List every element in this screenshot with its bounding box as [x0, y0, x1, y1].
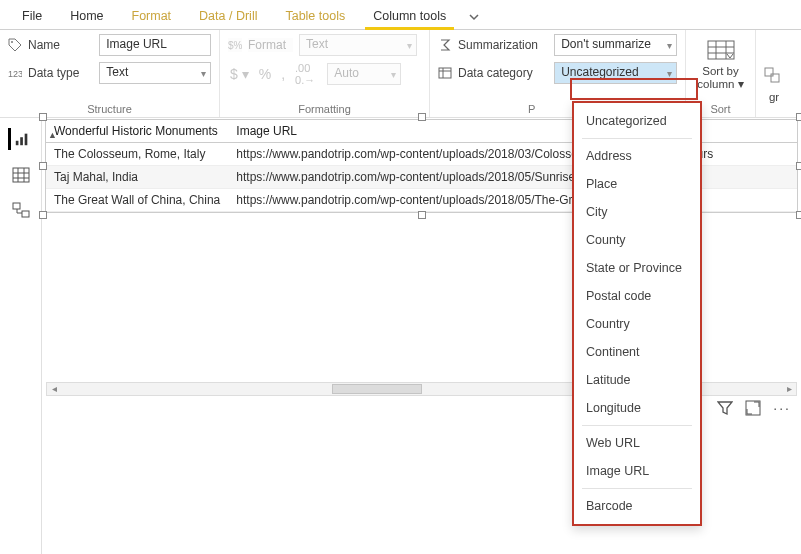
- dd-item-country[interactable]: Country: [574, 310, 700, 338]
- tab-overflow-icon[interactable]: [460, 5, 488, 29]
- name-label: Name: [28, 38, 93, 52]
- format-select: Text▾: [299, 34, 417, 56]
- svg-rect-11: [13, 203, 20, 209]
- svg-text:123: 123: [8, 69, 22, 79]
- dd-item-state[interactable]: State or Province: [574, 254, 700, 282]
- dd-item-place[interactable]: Place: [574, 170, 700, 198]
- svg-rect-4: [708, 41, 734, 59]
- svg-rect-8: [20, 137, 23, 145]
- thousands-icon: ,: [281, 66, 285, 82]
- category-icon: [438, 66, 452, 80]
- visual-header-icons: ···: [717, 400, 791, 416]
- dd-item-continent[interactable]: Continent: [574, 338, 700, 366]
- currency-buttons: $ ▾ % , .000.→: [228, 62, 315, 86]
- currency-icon: $ ▾: [230, 66, 249, 82]
- tab-home[interactable]: Home: [56, 3, 117, 29]
- tab-file[interactable]: File: [8, 3, 56, 29]
- tab-data-drill[interactable]: Data / Drill: [185, 3, 271, 29]
- datatype-icon: 123: [8, 66, 22, 80]
- groups-button-cut[interactable]: gr: [759, 53, 789, 113]
- group-icon: [760, 65, 788, 89]
- format-label: Format: [248, 38, 293, 52]
- name-input[interactable]: Image URL: [99, 34, 211, 56]
- group-structure-label: Structure: [8, 101, 211, 115]
- chevron-down-icon: ▾: [667, 68, 672, 79]
- tab-format[interactable]: Format: [118, 3, 186, 29]
- sort-label: Sort by column ▾: [697, 65, 743, 90]
- dd-item-imageurl[interactable]: Image URL: [574, 457, 700, 485]
- data-category-select[interactable]: Uncategorized▾: [554, 62, 677, 84]
- report-view-icon[interactable]: [8, 128, 30, 150]
- data-view-icon[interactable]: [10, 164, 32, 186]
- svg-point-0: [11, 41, 13, 43]
- svg-rect-3: [439, 68, 451, 78]
- dd-item-postal[interactable]: Postal code: [574, 282, 700, 310]
- svg-text:$%: $%: [228, 40, 242, 51]
- datatype-label: Data type: [28, 66, 93, 80]
- chevron-down-icon: ▾: [667, 40, 672, 51]
- group-formatting-label: Formatting: [228, 101, 421, 115]
- dd-item-county[interactable]: County: [574, 226, 700, 254]
- dd-item-uncategorized[interactable]: Uncategorized: [574, 107, 700, 135]
- percent-icon: %: [259, 66, 271, 82]
- scroll-thumb[interactable]: [332, 384, 422, 394]
- tag-icon: [8, 38, 22, 52]
- svg-rect-6: [771, 74, 779, 82]
- decimal-icon: .000.→: [295, 62, 315, 86]
- svg-rect-12: [22, 211, 29, 217]
- sigma-icon: [438, 38, 452, 52]
- left-view-rail: [0, 118, 42, 554]
- svg-rect-5: [765, 68, 773, 76]
- focus-mode-icon[interactable]: [745, 400, 761, 416]
- summarization-select[interactable]: Don't summarize▾: [554, 34, 677, 56]
- filter-icon[interactable]: [717, 400, 733, 416]
- svg-rect-13: [746, 401, 760, 415]
- column-header-monuments[interactable]: ▲Wonderful Historic Monuments: [46, 120, 228, 143]
- column-header-imageurl[interactable]: Image URL: [228, 120, 797, 143]
- dd-item-weburl[interactable]: Web URL: [574, 429, 700, 457]
- decimal-places-input: Auto▾: [327, 63, 401, 85]
- chevron-down-icon: ▾: [201, 68, 206, 79]
- data-category-label: Data category: [458, 66, 548, 80]
- svg-rect-9: [25, 134, 28, 146]
- scroll-right-icon[interactable]: ▸: [782, 383, 796, 395]
- datatype-select[interactable]: Text▾: [99, 62, 211, 84]
- summarization-label: Summarization: [458, 38, 548, 52]
- svg-rect-7: [16, 141, 19, 145]
- sort-icon: [707, 39, 735, 63]
- dd-item-latitude[interactable]: Latitude: [574, 366, 700, 394]
- format-icon: $%: [228, 38, 242, 52]
- tab-column-tools[interactable]: Column tools: [359, 3, 460, 29]
- scroll-left-icon[interactable]: ◂: [47, 383, 61, 395]
- dd-item-address[interactable]: Address: [574, 142, 700, 170]
- svg-rect-10: [13, 168, 29, 182]
- model-view-icon[interactable]: [10, 200, 32, 222]
- more-options-icon[interactable]: ···: [773, 400, 791, 416]
- dd-item-longitude[interactable]: Longitude: [574, 394, 700, 422]
- dd-item-barcode[interactable]: Barcode: [574, 492, 700, 520]
- ribbon-tabstrip: File Home Format Data / Drill Table tool…: [0, 0, 801, 30]
- sort-by-column-button[interactable]: Sort by column ▾: [694, 34, 748, 94]
- tab-table-tools[interactable]: Table tools: [271, 3, 359, 29]
- dd-item-city[interactable]: City: [574, 198, 700, 226]
- data-category-dropdown: Uncategorized Address Place City County …: [572, 101, 702, 526]
